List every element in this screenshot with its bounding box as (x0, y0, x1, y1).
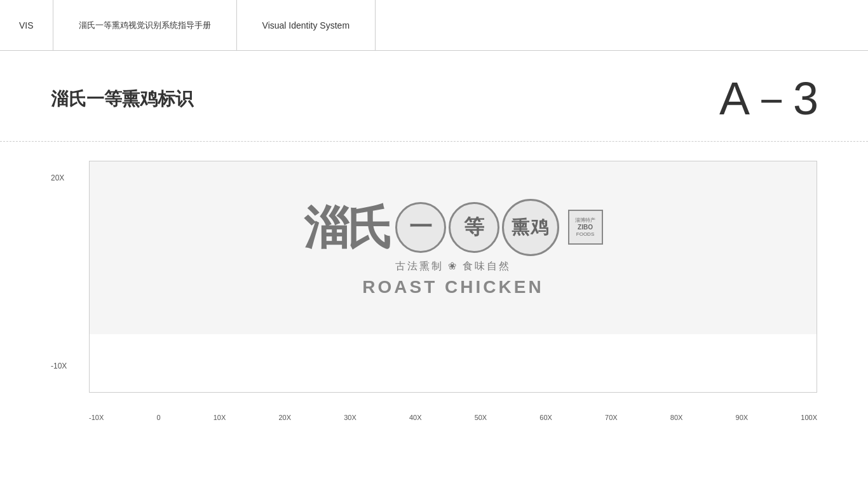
logo-circle-group: 一 等 熏鸡 (395, 199, 559, 256)
logo-container: 淄氏 一 等 熏鸡 (237, 178, 669, 318)
main-content: 20X -10X (0, 142, 868, 440)
logo-circle-yi-char: 一 (409, 212, 432, 243)
logo-english: ROAST CHICKEN (362, 277, 543, 297)
chart-container: 20X -10X (51, 161, 817, 428)
x-label-100: 100X (801, 414, 817, 421)
x-labels: -10X 0 10X 20X 30X 40X 50X 60X 70X 80X 9… (89, 414, 817, 421)
logo-badge-line2: ZIBO (578, 224, 593, 231)
logo-circle-xunji: 熏鸡 (502, 199, 559, 256)
logo-top-row: 淄氏 一 等 熏鸡 (304, 199, 603, 256)
x-label-30: 30X (344, 414, 356, 421)
page-title-cn: 淄氏一等熏鸡标识 (51, 87, 193, 111)
x-label-40: 40X (409, 414, 422, 421)
x-label-minus10: -10X (89, 414, 104, 421)
header-title-cn: 淄氏一等熏鸡视觉识别系统指导手册 (53, 0, 237, 50)
x-label-50: 50X (475, 414, 487, 421)
logo-circle-yi: 一 (395, 202, 446, 253)
logo-badge-line3: FOODS (576, 231, 594, 238)
logo-circle-deng: 等 (449, 202, 499, 253)
logo-tagline: 古法熏制 ❀ 食味自然 (395, 260, 512, 273)
x-label-90: 90X (736, 414, 749, 421)
logo-badge-line1: 淄博特产 (575, 217, 595, 224)
logo-badge: 淄博特产 ZIBO FOODS (568, 210, 603, 245)
x-label-0: 0 (156, 414, 160, 421)
x-label-20: 20X (278, 414, 291, 421)
page-code: A－3 (719, 69, 817, 130)
y-label-top: 20X (51, 173, 64, 182)
logo-chars-left: 淄氏 (304, 205, 390, 250)
header: VIS 淄氏一等熏鸡视觉识别系统指导手册 Visual Identity Sys… (0, 0, 868, 51)
grid-area: 淄氏 一 等 熏鸡 (89, 161, 817, 393)
x-label-10: 10X (214, 414, 226, 421)
vis-label: VIS (19, 20, 34, 30)
title-cn-text: 淄氏一等熏鸡视觉识别系统指导手册 (79, 20, 211, 31)
x-label-80: 80X (670, 414, 683, 421)
y-label-bottom: -10X (51, 362, 67, 370)
logo-circle-deng-char: 等 (464, 214, 484, 241)
x-label-70: 70X (605, 414, 618, 421)
title-en-text: Visual Identity System (262, 20, 349, 30)
logo-display: 淄氏 一 等 熏鸡 (90, 161, 817, 334)
header-title-en: Visual Identity System (237, 0, 376, 50)
logo-circle-xunji-char: 熏鸡 (512, 215, 550, 240)
header-vis-label: VIS (0, 0, 53, 50)
below-axis (90, 334, 817, 392)
page-title-area: 淄氏一等熏鸡标识 A－3 (0, 51, 868, 142)
x-label-60: 60X (539, 414, 552, 421)
